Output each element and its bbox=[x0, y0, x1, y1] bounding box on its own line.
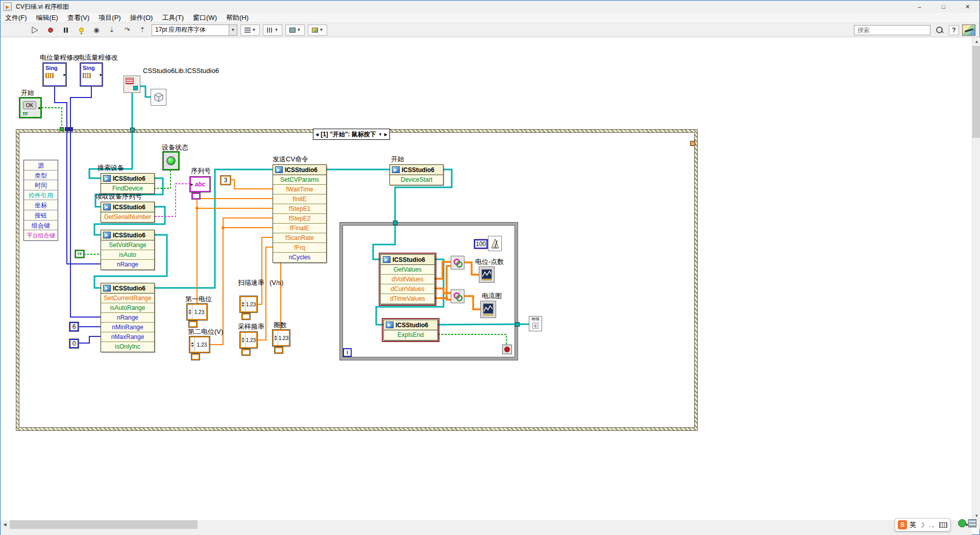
indicator-label-current-graph[interactable]: 电流图 bbox=[482, 292, 502, 300]
node-param-row[interactable]: fStepE1 bbox=[273, 204, 326, 214]
invoke-node-set-current-range[interactable]: ICSStudio6 SetCurrentRange isAutoRange n… bbox=[101, 283, 155, 352]
scroll-left-icon[interactable]: ◀ bbox=[1, 520, 9, 529]
terminal-volt-range[interactable]: Sing ▸ bbox=[43, 63, 66, 86]
node-param-row[interactable]: isAutoRange bbox=[101, 303, 154, 313]
resize-objects-dropdown[interactable]: ▼ bbox=[285, 25, 305, 36]
node-param-row[interactable]: dTimeValues bbox=[381, 294, 434, 304]
terminal-label-sample-freq[interactable]: 采样频率 bbox=[238, 323, 264, 331]
node-param-row[interactable]: nRange bbox=[101, 313, 154, 323]
node-param-row[interactable]: fInitE bbox=[273, 194, 326, 204]
event-data-item-coords[interactable]: 坐标 bbox=[24, 200, 58, 210]
vertical-scrollbar[interactable]: ▲ ▼ bbox=[972, 37, 980, 520]
wait-ms-icon[interactable] bbox=[488, 236, 502, 251]
build-xy-graph-icon[interactable] bbox=[451, 289, 464, 303]
pause-button[interactable] bbox=[60, 25, 72, 36]
scroll-up-icon[interactable]: ▲ bbox=[972, 37, 980, 46]
terminal-device-status[interactable] bbox=[163, 152, 179, 170]
node-param-row[interactable]: isOnlyInc bbox=[101, 342, 154, 352]
terminal-serial-number[interactable]: ▸ abc bbox=[190, 177, 210, 192]
node-param-row[interactable]: dCurrValues bbox=[381, 284, 434, 294]
increment-decrement-icon[interactable] bbox=[274, 331, 278, 345]
highlight-execution-button[interactable] bbox=[75, 25, 87, 36]
tunnel-class-ref[interactable] bbox=[130, 128, 135, 132]
node-label-get-serial[interactable]: 读取设备序列号 bbox=[95, 192, 142, 201]
terminal-scan-rate[interactable]: 1.23 bbox=[240, 296, 257, 312]
terminal-cycles[interactable]: 1.23 bbox=[273, 330, 290, 346]
next-case-arrow-icon[interactable]: ▶ bbox=[384, 132, 387, 137]
tunnel-event-right[interactable] bbox=[690, 141, 695, 146]
increment-decrement-icon[interactable] bbox=[188, 305, 192, 319]
terminal-start-button[interactable]: OK TF ▸ bbox=[19, 98, 41, 118]
event-case-selector[interactable]: ◀ [1] "开始": 鼠标按下 ▼ ▶ bbox=[313, 129, 390, 140]
node-class-header[interactable]: ICSStudio6 bbox=[101, 283, 154, 294]
fullwidth-moon-icon[interactable]: ☽ bbox=[919, 521, 925, 529]
node-param-row[interactable]: fFinalE bbox=[273, 224, 326, 233]
event-data-item-button[interactable]: 按钮 bbox=[24, 210, 58, 221]
invoke-node-device-start[interactable]: ICSStudio6 DeviceStart bbox=[389, 164, 444, 185]
ime-language-toggle[interactable]: 英 bbox=[910, 520, 916, 529]
terminal-sample-freq[interactable]: 1.23 bbox=[240, 332, 257, 348]
terminal-label-curr-range[interactable]: 电流量程修改 bbox=[78, 54, 118, 62]
node-method-row[interactable]: SetCurrentRange bbox=[101, 294, 154, 303]
constant-3[interactable]: 3 bbox=[220, 176, 231, 185]
event-data-node[interactable]: 源 类型 时间 控件引用 坐标 按钮 组合键 平台组合键 bbox=[23, 160, 58, 241]
event-data-item-platmods[interactable]: 平台组合键 bbox=[24, 230, 58, 240]
build-xy-graph-icon[interactable] bbox=[451, 256, 464, 270]
retain-wire-values-button[interactable]: ◉ bbox=[90, 25, 103, 36]
indicator-label-potential-points[interactable]: 电位-点数 bbox=[475, 258, 504, 266]
event-data-item-ctlref[interactable]: 控件引用 bbox=[24, 190, 58, 201]
increment-decrement-icon[interactable] bbox=[241, 333, 246, 347]
node-method-row[interactable]: GetSerialNumber bbox=[101, 212, 154, 222]
vi-icon[interactable] bbox=[962, 25, 975, 36]
node-param-row[interactable]: fScanRate bbox=[273, 233, 326, 243]
horizontal-scroll-thumb[interactable] bbox=[10, 520, 198, 529]
step-into-button[interactable]: ⇣ bbox=[106, 25, 118, 36]
tunnel-loop-right[interactable] bbox=[515, 322, 520, 327]
invoke-node-get-values[interactable]: ICSStudio6 GetValues dVoltValues dCurrVa… bbox=[380, 254, 435, 304]
search-input[interactable] bbox=[854, 25, 930, 35]
run-button[interactable] bbox=[29, 25, 41, 36]
punctuation-toggle[interactable]: ，。 bbox=[927, 521, 937, 529]
node-class-header[interactable]: ICSStudio6 bbox=[101, 230, 154, 240]
node-param-row[interactable]: nCycles bbox=[273, 253, 326, 262]
event-data-item-time[interactable]: 时间 bbox=[24, 180, 58, 190]
node-label-set-cv[interactable]: 发送CV命令 bbox=[273, 155, 308, 163]
constant-100[interactable]: 100 bbox=[474, 239, 487, 249]
menu-edit[interactable]: 编辑(E) bbox=[32, 13, 63, 23]
chevron-down-icon[interactable]: ▼ bbox=[229, 25, 237, 35]
phase-loop-icon[interactable]: 相/循 c bbox=[529, 316, 542, 331]
event-data-item-mods[interactable]: 组合键 bbox=[24, 221, 58, 231]
search-button[interactable] bbox=[934, 25, 946, 36]
event-data-item-type[interactable]: 类型 bbox=[24, 171, 58, 181]
increment-decrement-icon[interactable] bbox=[190, 337, 195, 352]
terminal-curr-range[interactable]: Sing ▸ bbox=[80, 63, 103, 86]
soft-keyboard-icon[interactable] bbox=[939, 522, 947, 528]
step-out-button[interactable]: ⇡ bbox=[136, 25, 149, 36]
invoke-node-set-volt-range[interactable]: ICSStudio6 SetVoltRange isAuto nRange bbox=[101, 230, 155, 270]
prev-case-arrow-icon[interactable]: ◀ bbox=[315, 132, 318, 137]
terminal-label-scan-rate[interactable]: 扫描速率 bbox=[238, 279, 264, 287]
node-class-header[interactable]: ICSStudio6 bbox=[381, 255, 434, 265]
node-class-header[interactable]: ICSStudio6 bbox=[390, 165, 443, 175]
font-selector[interactable]: 17pt 应用程序字体 ▼ bbox=[152, 25, 237, 36]
context-help-button[interactable]: ? bbox=[949, 25, 959, 35]
invoke-node-set-cv-params[interactable]: ICSStudio6 SetCVParams fWaitTime fInitE … bbox=[273, 164, 327, 263]
node-class-header[interactable]: ICSStudio6 bbox=[384, 320, 437, 330]
tray-status-icon[interactable] bbox=[958, 519, 966, 527]
terminal-second-potential[interactable]: 1.23 bbox=[189, 336, 210, 353]
node-method-row[interactable]: SetCVParams bbox=[273, 175, 326, 185]
invoke-node-get-serial[interactable]: ICSStudio6 GetSerialNumber bbox=[101, 202, 155, 223]
terminal-label-first-potential[interactable]: 第一电位 bbox=[185, 295, 212, 303]
terminal-first-potential[interactable]: 1.23 bbox=[187, 304, 207, 320]
menu-help[interactable]: 帮助(H) bbox=[222, 13, 253, 23]
node-class-header[interactable]: ICSStudio6 bbox=[101, 174, 154, 184]
terminal-label-volt-range[interactable]: 电位量程修改 bbox=[40, 54, 80, 62]
reorder-dropdown[interactable]: ▼ bbox=[308, 25, 327, 36]
node-label-find-device[interactable]: 搜索设备 bbox=[97, 164, 124, 172]
menu-tools[interactable]: 工具(T) bbox=[157, 13, 188, 23]
node-method-row[interactable]: GetValues bbox=[381, 265, 434, 275]
constant-0[interactable]: 0 bbox=[69, 339, 79, 348]
node-param-row[interactable]: dVoltValues bbox=[381, 275, 434, 284]
node-method-row[interactable]: SetVoltRange bbox=[101, 240, 154, 250]
node-param-row[interactable]: fWaitTime bbox=[273, 185, 326, 194]
